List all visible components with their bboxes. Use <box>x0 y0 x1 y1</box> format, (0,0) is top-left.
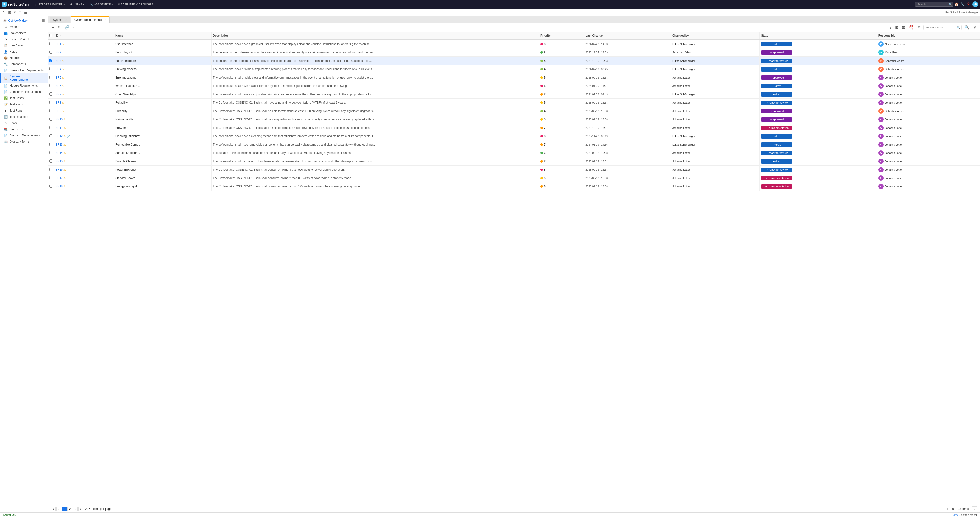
row-checkbox-cell[interactable] <box>48 65 54 73</box>
id-link[interactable]: SR14 <box>56 151 63 155</box>
tools-icon[interactable]: 🔧 <box>960 2 964 6</box>
row-checkbox[interactable] <box>49 151 52 154</box>
row-checkbox[interactable] <box>49 93 52 96</box>
row-checkbox[interactable] <box>49 118 52 121</box>
refresh-table-button[interactable]: ↻ <box>972 506 977 511</box>
id-link[interactable]: SR2 <box>56 51 61 54</box>
sidebar-item-test-cases[interactable]: ✅ Test Cases <box>0 95 48 101</box>
row-checkbox-cell[interactable] <box>48 99 54 107</box>
sidebar-item-glossary[interactable]: 📖 Glossary Terms <box>0 139 48 145</box>
sidebar-action-new[interactable]: + <box>41 77 42 80</box>
row-checkbox[interactable] <box>49 42 52 45</box>
sidebar-item-test-instances[interactable]: 🔄 Test Instances <box>0 114 48 120</box>
row-checkbox-cell[interactable] <box>48 82 54 90</box>
row-checkbox-cell[interactable] <box>48 73 54 82</box>
header-description[interactable]: Description <box>211 32 539 40</box>
row-checkbox-cell[interactable] <box>48 149 54 157</box>
row-checkbox[interactable] <box>49 76 52 79</box>
id-link[interactable]: SR4 <box>56 67 61 71</box>
row-checkbox-cell[interactable] <box>48 90 54 99</box>
select-all-checkbox[interactable] <box>49 34 52 37</box>
first-page-button[interactable]: « <box>51 507 56 511</box>
link-button[interactable]: 🔗 <box>64 25 70 30</box>
sidebar-item-risks[interactable]: ⚠ Risks <box>0 120 48 126</box>
copy-icon[interactable]: ⧉ <box>13 10 17 15</box>
sidebar-item-component-reqs[interactable]: 📄 Component Requirements <box>0 89 48 95</box>
tab-system-requirements[interactable]: System Requirements ✕ <box>71 16 110 23</box>
text-icon[interactable]: T <box>19 10 22 15</box>
breadcrumb-home-link[interactable]: Home <box>951 514 958 516</box>
row-checkbox[interactable] <box>49 51 52 54</box>
items-per-page-chevron[interactable]: ▾ <box>89 507 91 510</box>
row-checkbox[interactable] <box>49 185 52 188</box>
clock-button[interactable]: ⏰ <box>908 25 915 30</box>
row-checkbox[interactable] <box>49 168 52 171</box>
row-checkbox[interactable] <box>49 109 52 112</box>
sidebar-action-edit[interactable]: ✎ <box>43 77 45 80</box>
sidebar-item-standards[interactable]: 📚 Standards <box>0 126 48 132</box>
tab-system[interactable]: System ✕ <box>50 16 70 23</box>
export-import-button[interactable]: ⇄ EXPORT & IMPORT ▾ <box>33 2 67 7</box>
row-checkbox-cell[interactable] <box>48 115 54 124</box>
header-checkbox[interactable] <box>48 32 54 40</box>
search-input[interactable] <box>915 2 953 7</box>
sidebar-item-use-cases[interactable]: 📋 Use Cases <box>0 42 48 49</box>
row-checkbox-cell[interactable] <box>48 107 54 115</box>
prev-page-button[interactable]: ‹ <box>56 507 61 511</box>
group-button[interactable]: ⊟ <box>901 25 906 30</box>
table-search-input[interactable] <box>923 25 962 30</box>
id-link[interactable]: SR1 <box>56 42 61 46</box>
id-link[interactable]: SR3 <box>56 59 61 62</box>
grid-icon[interactable]: ⊞ <box>8 10 11 15</box>
row-checkbox[interactable] <box>49 101 52 104</box>
home-icon[interactable]: 🏠 <box>955 2 958 6</box>
header-responsible[interactable]: Responsible <box>877 32 980 40</box>
header-id[interactable]: ID ↑ <box>54 32 114 40</box>
header-changed-by[interactable]: Changed by <box>671 32 760 40</box>
row-checkbox[interactable] <box>49 176 52 179</box>
sidebar-item-test-runs[interactable]: ▶ Test Runs <box>0 107 48 114</box>
id-link[interactable]: SR10 <box>56 118 63 121</box>
header-name[interactable]: Name <box>114 32 212 40</box>
page-1-button[interactable]: 1 <box>62 507 67 511</box>
refresh-icon[interactable]: ↻ <box>2 10 6 15</box>
user-avatar[interactable]: NB <box>972 2 978 7</box>
header-state[interactable]: State <box>760 32 877 40</box>
question-icon[interactable]: ❓ <box>966 2 970 6</box>
row-checkbox-cell[interactable] <box>48 182 54 191</box>
id-link[interactable]: SR6 <box>56 84 61 88</box>
next-page-button[interactable]: › <box>73 507 78 511</box>
sidebar-item-modules[interactable]: 📦 Modules <box>0 55 48 61</box>
row-checkbox[interactable] <box>49 84 52 87</box>
row-checkbox-cell[interactable] <box>48 132 54 140</box>
page-2-button[interactable]: 2 <box>67 507 72 511</box>
row-checkbox[interactable] <box>49 59 52 62</box>
columns-button[interactable]: ⊞ <box>894 25 899 30</box>
id-link[interactable]: SR12 <box>56 134 63 138</box>
add-button[interactable]: + <box>51 25 55 30</box>
header-last-change[interactable]: Last Change <box>584 32 671 40</box>
sort-button[interactable]: ↕ <box>888 25 892 30</box>
sidebar-item-stakeholders[interactable]: 👥 Stakeholders <box>0 30 48 36</box>
id-link[interactable]: SR13 <box>56 143 63 146</box>
row-checkbox[interactable] <box>49 134 52 137</box>
tab-close-system-requirements[interactable]: ✕ <box>104 18 107 22</box>
more-button[interactable]: ··· <box>72 25 77 30</box>
tab-close-system[interactable]: ✕ <box>65 18 67 21</box>
baselines-button[interactable]: ⑂ BASELINES & BRANCHES <box>116 2 156 7</box>
row-checkbox-cell[interactable] <box>48 166 54 174</box>
row-checkbox[interactable] <box>49 67 52 70</box>
last-page-button[interactable]: » <box>78 507 83 511</box>
edit-button[interactable]: ✎ <box>57 25 62 30</box>
filter-button[interactable]: ▽ <box>916 25 921 30</box>
table-expand-button[interactable]: ⤢ <box>972 25 977 30</box>
id-link[interactable]: SR16 <box>56 168 63 171</box>
sidebar-item-module-reqs[interactable]: 📄 Module Requirements <box>0 83 48 89</box>
sidebar-item-test-plans[interactable]: 📝 Test Plans <box>0 101 48 107</box>
sidebar-item-system[interactable]: 🖥 System <box>0 24 48 30</box>
row-checkbox-cell[interactable] <box>48 174 54 182</box>
row-checkbox-cell[interactable] <box>48 40 54 48</box>
row-checkbox[interactable] <box>49 126 52 129</box>
id-link[interactable]: SR11 <box>56 126 63 129</box>
id-link[interactable]: SR5 <box>56 76 61 79</box>
